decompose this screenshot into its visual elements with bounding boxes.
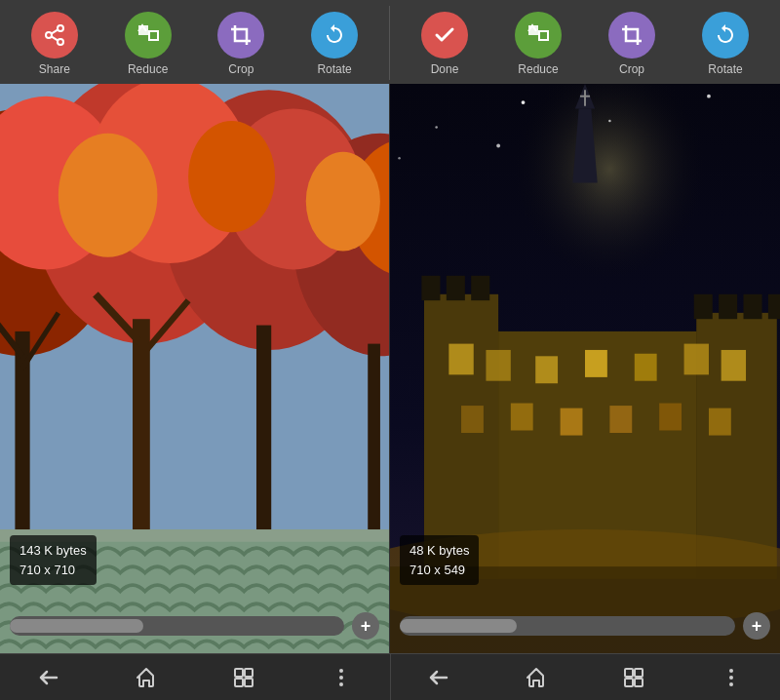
right-zoom-controls: + — [400, 610, 770, 642]
left-image-panel: 143 K bytes 710 x 710 + — [0, 84, 390, 653]
rotate-label-left: Rotate — [317, 62, 351, 76]
reduce-label-left: Reduce — [128, 62, 168, 76]
svg-point-82 — [339, 682, 343, 686]
svg-rect-58 — [719, 294, 737, 319]
right-zoom-plus[interactable]: + — [743, 612, 770, 640]
svg-rect-65 — [635, 354, 657, 381]
svg-rect-73 — [709, 408, 731, 436]
svg-point-42 — [496, 144, 500, 148]
crop-label-left: Crop — [228, 62, 254, 76]
svg-rect-77 — [245, 669, 253, 677]
svg-rect-53 — [447, 276, 465, 300]
svg-rect-63 — [535, 356, 558, 383]
svg-rect-71 — [609, 406, 632, 433]
left-zoom-plus[interactable]: + — [352, 612, 379, 640]
left-recents-button[interactable] — [222, 656, 265, 699]
left-menu-button[interactable] — [320, 656, 363, 699]
svg-rect-64 — [585, 350, 607, 377]
right-recents-button[interactable] — [612, 656, 655, 699]
svg-rect-76 — [235, 669, 243, 677]
reduce-tool-right[interactable]: Reduce — [515, 12, 562, 76]
right-filesize: 48 K bytes — [410, 541, 469, 561]
crop-icon-right — [608, 12, 655, 58]
svg-rect-78 — [235, 679, 243, 686]
svg-rect-84 — [635, 669, 643, 677]
svg-rect-61 — [448, 344, 473, 375]
svg-rect-60 — [768, 294, 780, 319]
svg-line-3 — [51, 29, 58, 33]
svg-point-89 — [729, 682, 733, 686]
svg-point-21 — [188, 121, 275, 232]
rotate-icon-right — [702, 12, 749, 58]
right-home-button[interactable] — [515, 656, 558, 699]
left-zoom-slider[interactable] — [10, 616, 344, 636]
rotate-tool-left[interactable]: Rotate — [311, 12, 358, 76]
right-menu-button[interactable] — [710, 656, 753, 699]
svg-rect-62 — [486, 350, 510, 381]
svg-rect-86 — [635, 679, 643, 686]
crop-tool-left[interactable]: Crop — [217, 12, 264, 76]
svg-rect-9 — [539, 31, 548, 40]
done-tool[interactable]: Done — [421, 12, 468, 76]
left-zoom-controls: + — [10, 610, 379, 642]
done-label: Done — [431, 62, 459, 76]
svg-rect-72 — [659, 404, 682, 431]
left-zoom-fill — [10, 619, 143, 633]
svg-rect-79 — [245, 679, 253, 686]
reduce-label-right: Reduce — [518, 62, 558, 76]
rotate-tool-right[interactable]: Rotate — [702, 12, 749, 76]
left-nav-section — [0, 654, 390, 700]
svg-point-80 — [339, 669, 343, 673]
left-image-info: 143 K bytes 710 x 710 — [10, 535, 97, 585]
rotate-icon-left — [311, 12, 358, 58]
done-icon — [421, 12, 468, 58]
svg-point-36 — [435, 126, 438, 129]
svg-point-39 — [707, 95, 711, 98]
share-tool[interactable]: Share — [31, 12, 78, 76]
svg-rect-68 — [461, 406, 484, 433]
right-zoom-fill — [400, 619, 517, 633]
right-image-info: 48 K bytes 710 x 549 — [400, 535, 479, 585]
svg-rect-52 — [421, 276, 440, 300]
svg-rect-7 — [235, 29, 247, 41]
svg-point-41 — [398, 157, 401, 160]
svg-point-37 — [522, 100, 526, 104]
svg-rect-66 — [684, 344, 709, 375]
reduce-tool-left[interactable]: Reduce — [125, 12, 172, 76]
right-zoom-slider[interactable] — [400, 616, 735, 636]
svg-rect-59 — [744, 294, 762, 319]
svg-rect-57 — [694, 294, 713, 319]
right-dimensions: 710 x 549 — [410, 561, 469, 580]
reduce-icon-right — [515, 12, 562, 58]
left-home-button[interactable] — [125, 656, 168, 699]
left-filesize: 143 K bytes — [20, 541, 87, 561]
svg-rect-69 — [511, 404, 533, 431]
crop-tool-right[interactable]: Crop — [608, 12, 655, 76]
svg-rect-67 — [722, 350, 746, 381]
svg-point-88 — [729, 676, 733, 680]
svg-line-4 — [51, 36, 58, 40]
right-nav-section — [391, 654, 781, 700]
crop-label-right: Crop — [619, 62, 644, 76]
svg-rect-83 — [625, 669, 633, 677]
reduce-icon-left — [125, 12, 172, 58]
left-dimensions: 710 x 710 — [20, 561, 87, 580]
svg-point-87 — [729, 669, 733, 673]
left-back-button[interactable] — [27, 656, 70, 699]
right-back-button[interactable] — [417, 656, 460, 699]
svg-rect-10 — [626, 29, 638, 41]
svg-point-81 — [339, 676, 343, 680]
svg-rect-85 — [625, 679, 633, 686]
svg-point-20 — [58, 134, 158, 257]
svg-rect-54 — [471, 276, 489, 300]
crop-icon-left — [217, 12, 264, 58]
share-icon — [31, 12, 78, 58]
svg-point-22 — [306, 152, 380, 252]
right-image-panel: 48 K bytes 710 x 549 + — [390, 84, 780, 653]
svg-rect-70 — [561, 408, 583, 436]
svg-rect-6 — [149, 31, 158, 40]
rotate-label-right: Rotate — [708, 62, 742, 76]
svg-point-38 — [608, 120, 611, 123]
share-label: Share — [39, 62, 70, 76]
